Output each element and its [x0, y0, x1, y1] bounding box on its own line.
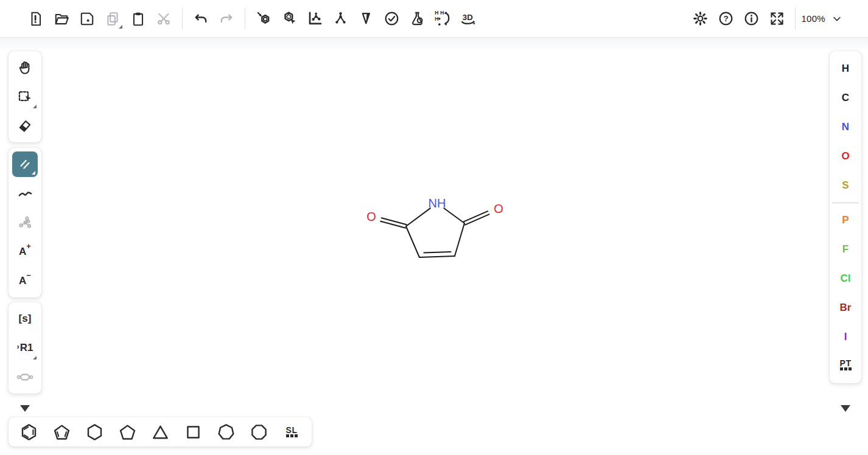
template-cyclooctane-button[interactable] — [242, 417, 275, 446]
element-panel-divider — [832, 203, 859, 203]
structure-library-button[interactable]: SL — [275, 417, 308, 446]
svg-text:3D: 3D — [462, 13, 472, 22]
template-cyclopropane-button[interactable] — [144, 417, 177, 446]
template-cyclohexane-button[interactable] — [78, 417, 111, 446]
element-button-c[interactable]: C — [831, 83, 860, 113]
cyclohexane-icon — [86, 423, 103, 441]
bond-c3-c4-inner[interactable] — [424, 252, 451, 253]
bottom-template-toolbar: SL — [9, 417, 312, 446]
bond-dropdown-indicator — [32, 171, 35, 175]
bond-c2-c3[interactable] — [406, 226, 419, 257]
element-button-br[interactable]: Br — [831, 293, 860, 322]
charge-minus-button[interactable]: A− — [10, 266, 40, 296]
redo-button[interactable] — [214, 6, 239, 32]
dearomatize-button[interactable] — [276, 6, 302, 32]
layout-button[interactable] — [302, 6, 327, 32]
fullscreen-button[interactable] — [764, 6, 789, 32]
zoom-value: 100% — [801, 13, 825, 24]
element-button-h[interactable]: H — [831, 54, 860, 83]
template-cyclobutane-button[interactable] — [177, 417, 209, 446]
bond-n-c2[interactable] — [406, 208, 430, 226]
structure-library-icon — [286, 434, 298, 437]
selection-dropdown-indicator — [33, 105, 37, 108]
settings-button[interactable] — [687, 6, 713, 32]
element-button-p[interactable]: P — [831, 206, 860, 235]
bond-c5-c4[interactable] — [455, 223, 464, 256]
3d-viewer-button[interactable]: 3D — [455, 6, 481, 32]
right-panel-expand-button[interactable] — [838, 400, 853, 416]
atom-label-o-right[interactable]: O — [494, 202, 503, 215]
atom-label-nh[interactable]: NH — [429, 196, 446, 210]
attachment-point-icon — [16, 368, 34, 386]
copy-button[interactable] — [100, 6, 125, 32]
paste-button[interactable] — [125, 6, 151, 32]
element-button-o[interactable]: O — [831, 142, 860, 171]
molecule-maleimide[interactable]: NH O O — [0, 0, 868, 455]
atom-label-o-left[interactable]: O — [366, 210, 376, 223]
bond-c2-o-line2[interactable] — [380, 221, 405, 228]
cyclobutane-icon — [184, 423, 202, 441]
stereochemistry-button[interactable] — [353, 6, 379, 32]
chain-tool-button[interactable] — [10, 179, 40, 208]
bond-c3-c4-outer[interactable] — [419, 256, 455, 257]
zoom-control[interactable]: 100% — [801, 13, 842, 24]
new-document-button[interactable] — [23, 6, 49, 32]
element-button-n[interactable]: N — [831, 113, 860, 142]
charge-plus-label: A+ — [19, 246, 31, 258]
help-icon: ? — [718, 10, 734, 27]
svg-text:H: H — [435, 16, 438, 22]
hand-tool-button[interactable] — [10, 53, 40, 82]
template-cyclopentane-button[interactable] — [111, 417, 144, 446]
element-button-f[interactable]: F — [831, 235, 860, 264]
rectangle-selection-icon — [17, 89, 33, 105]
clean-up-button[interactable] — [327, 6, 353, 32]
charge-plus-button[interactable]: A+ — [10, 237, 40, 266]
single-bond-tool-button[interactable] — [10, 150, 40, 179]
add-remove-explicit-hydrogens-button[interactable]: H H H — [430, 6, 455, 32]
left-toolbar-group-groups: [s] ›R1 — [9, 302, 41, 394]
shape-tool-button[interactable] — [10, 363, 40, 392]
element-button-s[interactable]: S — [831, 171, 860, 200]
periodic-table-button[interactable]: PT — [831, 352, 860, 378]
r-group-label: ›R1 — [16, 342, 33, 354]
check-structure-button[interactable] — [379, 6, 404, 32]
open-button[interactable] — [49, 6, 74, 32]
benzene-icon — [20, 423, 38, 441]
aromatize-button[interactable] — [251, 6, 276, 32]
chain-icon — [17, 186, 33, 202]
cycloheptane-icon — [217, 423, 235, 441]
about-button[interactable] — [738, 6, 764, 32]
undo-button[interactable] — [188, 6, 214, 32]
template-benzene-button[interactable] — [12, 417, 45, 446]
calculated-values-button[interactable] — [404, 6, 430, 32]
template-cyclopentadiene-button[interactable] — [45, 417, 78, 446]
layout-icon — [307, 10, 323, 27]
left-toolbar-expand-button[interactable] — [17, 400, 33, 416]
bond-c2-o-line1[interactable] — [382, 218, 407, 224]
expand-down-icon — [839, 403, 852, 413]
element-button-cl[interactable]: Cl — [831, 264, 860, 293]
rectangle-selection-button[interactable] — [10, 82, 40, 111]
erase-button[interactable] — [10, 111, 40, 141]
enhanced-stereochemistry-button[interactable] — [10, 208, 40, 237]
cyclooctane-icon — [250, 423, 268, 441]
toolbar-divider — [795, 9, 796, 29]
cut-button[interactable] — [151, 6, 177, 32]
r-group-tool-button[interactable]: ›R1 — [10, 333, 40, 363]
redo-icon — [219, 11, 234, 27]
help-button[interactable]: ? — [713, 6, 738, 32]
new-document-icon — [28, 11, 44, 27]
cyclopropane-icon — [152, 423, 169, 441]
element-button-i[interactable]: I — [831, 322, 860, 352]
bond-n-c5[interactable] — [444, 208, 464, 223]
left-toolbar-group-select — [9, 51, 41, 142]
drawing-canvas[interactable]: NH O O — [0, 0, 868, 455]
save-button[interactable] — [74, 6, 100, 32]
template-cycloheptane-button[interactable] — [209, 417, 242, 446]
explicit-hydrogens-icon: H H H — [434, 10, 452, 27]
eraser-icon — [17, 118, 33, 134]
svg-text:?: ? — [723, 14, 728, 23]
chevron-down-icon — [831, 13, 842, 24]
hand-icon — [17, 60, 33, 76]
s-group-tool-button[interactable]: [s] — [10, 304, 40, 333]
